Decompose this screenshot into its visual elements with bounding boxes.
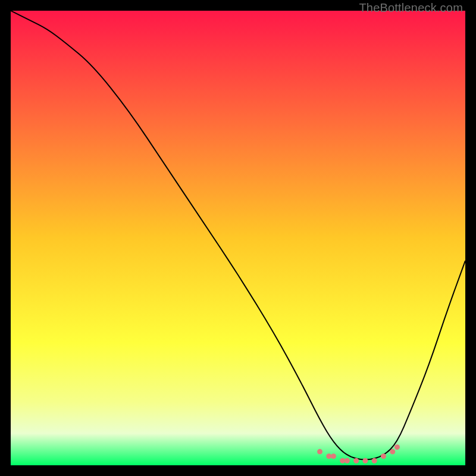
marker-dot [362, 458, 368, 464]
marker-dot [353, 458, 359, 464]
bottleneck-chart [11, 11, 465, 465]
marker-dot [317, 449, 322, 455]
marker-dot [390, 449, 395, 455]
chart-container [11, 11, 465, 465]
marker-dot [345, 458, 350, 464]
marker-dot [372, 458, 377, 464]
marker-dot [381, 453, 386, 459]
marker-dot [394, 444, 400, 450]
marker-dot [331, 453, 336, 459]
chart-background [11, 11, 465, 465]
